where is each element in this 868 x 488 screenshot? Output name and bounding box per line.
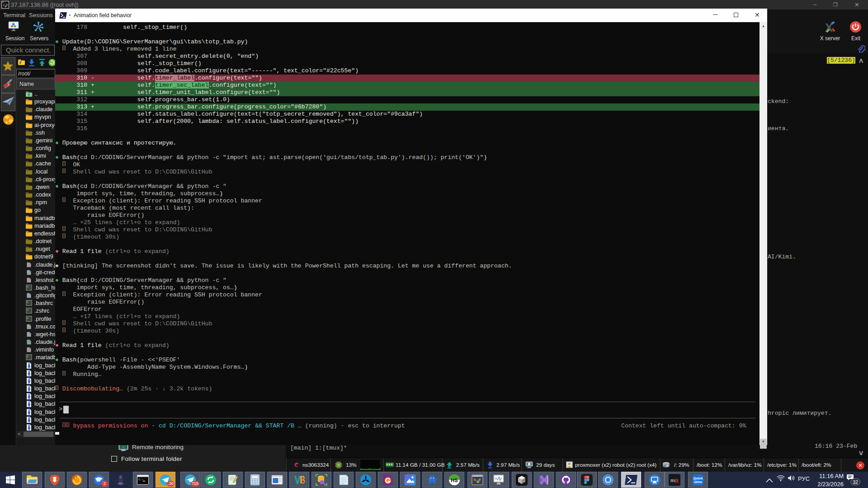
svg-text:R: R bbox=[675, 477, 679, 484]
svg-text:FAIRY: FAIRY bbox=[118, 483, 124, 485]
svg-text:utmo: utmo bbox=[694, 480, 703, 484]
svg-text:C:\: C:\ bbox=[138, 478, 143, 481]
svg-text:HS: HS bbox=[451, 478, 458, 483]
